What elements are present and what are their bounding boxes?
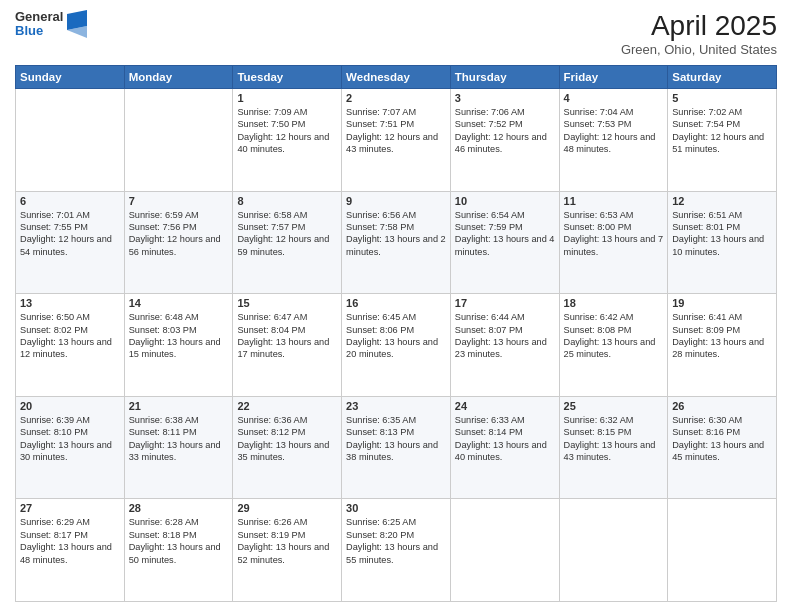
calendar-title: April 2025: [621, 10, 777, 42]
day-info: Sunrise: 7:04 AMSunset: 7:53 PMDaylight:…: [564, 106, 664, 156]
day-number: 9: [346, 195, 446, 207]
table-row: [668, 499, 777, 602]
day-number: 3: [455, 92, 555, 104]
col-friday: Friday: [559, 66, 668, 89]
table-row: 5Sunrise: 7:02 AMSunset: 7:54 PMDaylight…: [668, 89, 777, 192]
day-number: 6: [20, 195, 120, 207]
title-block: April 2025 Green, Ohio, United States: [621, 10, 777, 57]
day-info: Sunrise: 6:48 AMSunset: 8:03 PMDaylight:…: [129, 311, 229, 361]
header: General Blue April 2025 Green, Ohio, Uni…: [15, 10, 777, 57]
table-row: 7Sunrise: 6:59 AMSunset: 7:56 PMDaylight…: [124, 191, 233, 294]
day-info: Sunrise: 6:30 AMSunset: 8:16 PMDaylight:…: [672, 414, 772, 464]
logo-blue: Blue: [15, 24, 63, 38]
table-row: 1Sunrise: 7:09 AMSunset: 7:50 PMDaylight…: [233, 89, 342, 192]
day-number: 12: [672, 195, 772, 207]
logo-icon: [67, 10, 87, 38]
calendar-subtitle: Green, Ohio, United States: [621, 42, 777, 57]
day-info: Sunrise: 7:02 AMSunset: 7:54 PMDaylight:…: [672, 106, 772, 156]
day-info: Sunrise: 6:35 AMSunset: 8:13 PMDaylight:…: [346, 414, 446, 464]
table-row: 3Sunrise: 7:06 AMSunset: 7:52 PMDaylight…: [450, 89, 559, 192]
day-number: 11: [564, 195, 664, 207]
table-row: 8Sunrise: 6:58 AMSunset: 7:57 PMDaylight…: [233, 191, 342, 294]
day-info: Sunrise: 6:36 AMSunset: 8:12 PMDaylight:…: [237, 414, 337, 464]
header-row: Sunday Monday Tuesday Wednesday Thursday…: [16, 66, 777, 89]
day-number: 16: [346, 297, 446, 309]
table-row: 17Sunrise: 6:44 AMSunset: 8:07 PMDayligh…: [450, 294, 559, 397]
table-row: 29Sunrise: 6:26 AMSunset: 8:19 PMDayligh…: [233, 499, 342, 602]
day-info: Sunrise: 6:53 AMSunset: 8:00 PMDaylight:…: [564, 209, 664, 259]
day-number: 7: [129, 195, 229, 207]
day-number: 17: [455, 297, 555, 309]
day-info: Sunrise: 6:59 AMSunset: 7:56 PMDaylight:…: [129, 209, 229, 259]
day-number: 29: [237, 502, 337, 514]
day-info: Sunrise: 6:56 AMSunset: 7:58 PMDaylight:…: [346, 209, 446, 259]
day-number: 18: [564, 297, 664, 309]
table-row: 12Sunrise: 6:51 AMSunset: 8:01 PMDayligh…: [668, 191, 777, 294]
calendar-table: Sunday Monday Tuesday Wednesday Thursday…: [15, 65, 777, 602]
day-number: 19: [672, 297, 772, 309]
calendar-body: 1Sunrise: 7:09 AMSunset: 7:50 PMDaylight…: [16, 89, 777, 602]
table-row: 27Sunrise: 6:29 AMSunset: 8:17 PMDayligh…: [16, 499, 125, 602]
day-number: 15: [237, 297, 337, 309]
day-number: 8: [237, 195, 337, 207]
table-row: [450, 499, 559, 602]
day-number: 27: [20, 502, 120, 514]
day-info: Sunrise: 6:51 AMSunset: 8:01 PMDaylight:…: [672, 209, 772, 259]
day-number: 23: [346, 400, 446, 412]
day-info: Sunrise: 6:50 AMSunset: 8:02 PMDaylight:…: [20, 311, 120, 361]
day-info: Sunrise: 6:58 AMSunset: 7:57 PMDaylight:…: [237, 209, 337, 259]
day-info: Sunrise: 6:47 AMSunset: 8:04 PMDaylight:…: [237, 311, 337, 361]
logo: General Blue: [15, 10, 87, 39]
day-info: Sunrise: 7:09 AMSunset: 7:50 PMDaylight:…: [237, 106, 337, 156]
day-info: Sunrise: 6:26 AMSunset: 8:19 PMDaylight:…: [237, 516, 337, 566]
table-row: 26Sunrise: 6:30 AMSunset: 8:16 PMDayligh…: [668, 396, 777, 499]
table-row: 6Sunrise: 7:01 AMSunset: 7:55 PMDaylight…: [16, 191, 125, 294]
table-row: 16Sunrise: 6:45 AMSunset: 8:06 PMDayligh…: [342, 294, 451, 397]
day-number: 28: [129, 502, 229, 514]
day-info: Sunrise: 6:41 AMSunset: 8:09 PMDaylight:…: [672, 311, 772, 361]
day-info: Sunrise: 6:42 AMSunset: 8:08 PMDaylight:…: [564, 311, 664, 361]
table-row: 13Sunrise: 6:50 AMSunset: 8:02 PMDayligh…: [16, 294, 125, 397]
table-row: 24Sunrise: 6:33 AMSunset: 8:14 PMDayligh…: [450, 396, 559, 499]
table-row: 20Sunrise: 6:39 AMSunset: 8:10 PMDayligh…: [16, 396, 125, 499]
table-row: 19Sunrise: 6:41 AMSunset: 8:09 PMDayligh…: [668, 294, 777, 397]
table-row: 2Sunrise: 7:07 AMSunset: 7:51 PMDaylight…: [342, 89, 451, 192]
col-thursday: Thursday: [450, 66, 559, 89]
table-row: 15Sunrise: 6:47 AMSunset: 8:04 PMDayligh…: [233, 294, 342, 397]
col-saturday: Saturday: [668, 66, 777, 89]
calendar-week-row: 6Sunrise: 7:01 AMSunset: 7:55 PMDaylight…: [16, 191, 777, 294]
day-number: 13: [20, 297, 120, 309]
day-info: Sunrise: 6:39 AMSunset: 8:10 PMDaylight:…: [20, 414, 120, 464]
page: General Blue April 2025 Green, Ohio, Uni…: [0, 0, 792, 612]
day-number: 22: [237, 400, 337, 412]
day-number: 20: [20, 400, 120, 412]
table-row: 28Sunrise: 6:28 AMSunset: 8:18 PMDayligh…: [124, 499, 233, 602]
table-row: 9Sunrise: 6:56 AMSunset: 7:58 PMDaylight…: [342, 191, 451, 294]
day-info: Sunrise: 6:29 AMSunset: 8:17 PMDaylight:…: [20, 516, 120, 566]
calendar-week-row: 1Sunrise: 7:09 AMSunset: 7:50 PMDaylight…: [16, 89, 777, 192]
day-number: 30: [346, 502, 446, 514]
logo-text: General Blue: [15, 10, 63, 39]
day-number: 4: [564, 92, 664, 104]
day-number: 26: [672, 400, 772, 412]
table-row: [16, 89, 125, 192]
day-number: 21: [129, 400, 229, 412]
day-number: 10: [455, 195, 555, 207]
day-info: Sunrise: 6:28 AMSunset: 8:18 PMDaylight:…: [129, 516, 229, 566]
table-row: [124, 89, 233, 192]
calendar-week-row: 13Sunrise: 6:50 AMSunset: 8:02 PMDayligh…: [16, 294, 777, 397]
day-info: Sunrise: 6:54 AMSunset: 7:59 PMDaylight:…: [455, 209, 555, 259]
col-tuesday: Tuesday: [233, 66, 342, 89]
day-info: Sunrise: 7:06 AMSunset: 7:52 PMDaylight:…: [455, 106, 555, 156]
table-row: 22Sunrise: 6:36 AMSunset: 8:12 PMDayligh…: [233, 396, 342, 499]
table-row: 23Sunrise: 6:35 AMSunset: 8:13 PMDayligh…: [342, 396, 451, 499]
day-info: Sunrise: 6:25 AMSunset: 8:20 PMDaylight:…: [346, 516, 446, 566]
table-row: [559, 499, 668, 602]
table-row: 14Sunrise: 6:48 AMSunset: 8:03 PMDayligh…: [124, 294, 233, 397]
day-number: 24: [455, 400, 555, 412]
calendar-header: Sunday Monday Tuesday Wednesday Thursday…: [16, 66, 777, 89]
day-info: Sunrise: 7:01 AMSunset: 7:55 PMDaylight:…: [20, 209, 120, 259]
col-sunday: Sunday: [16, 66, 125, 89]
table-row: 30Sunrise: 6:25 AMSunset: 8:20 PMDayligh…: [342, 499, 451, 602]
logo-general: General: [15, 10, 63, 24]
